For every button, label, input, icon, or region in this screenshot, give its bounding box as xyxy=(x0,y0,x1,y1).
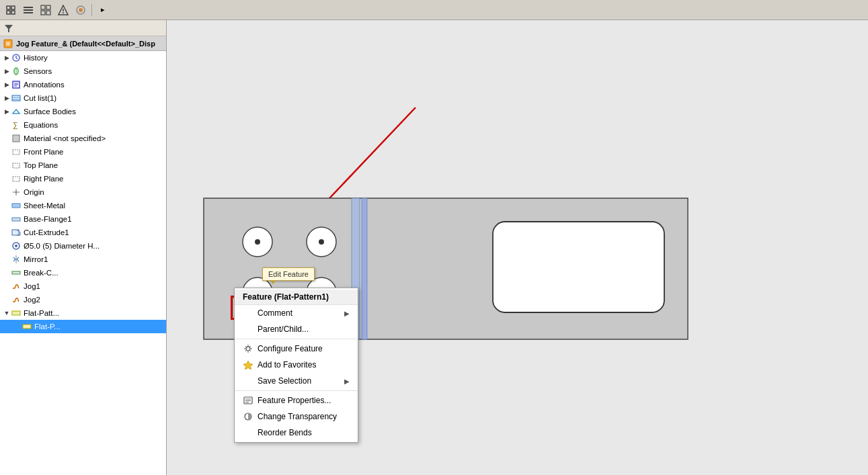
tree-item-surface-bodies[interactable]: ▶ Surface Bodies xyxy=(0,105,166,118)
svg-rect-9 xyxy=(41,11,45,15)
toolbar-btn-more[interactable]: ▸ xyxy=(95,3,111,17)
svg-rect-18 xyxy=(6,42,10,46)
expand-history[interactable]: ▶ xyxy=(3,54,11,62)
svg-point-15 xyxy=(79,8,83,12)
svg-rect-68 xyxy=(244,397,252,404)
tree-item-base-flange[interactable]: ▶ Base-Flange1 xyxy=(0,212,166,226)
tree-item-origin[interactable]: ▶ Origin xyxy=(0,185,166,199)
edit-feature-tooltip: Edit Feature xyxy=(262,267,315,281)
tree-item-cut-extrude[interactable]: ▶ Cut-Extrude1 xyxy=(0,226,166,239)
comment-icon xyxy=(243,308,253,318)
context-menu-item-change-transparency[interactable]: Change Transparency xyxy=(235,408,358,425)
svg-rect-7 xyxy=(41,5,45,9)
svg-point-13 xyxy=(63,12,64,13)
context-menu-item-reorder-bends[interactable]: Reorder Bends xyxy=(235,425,358,441)
tree-item-jog1[interactable]: ▶ Jog1 xyxy=(0,279,166,293)
history-label: History xyxy=(24,54,48,62)
tree-item-jog2[interactable]: ▶ Jog2 xyxy=(0,293,166,306)
filter-icon xyxy=(4,24,13,33)
save-selection-label: Save Selection xyxy=(258,376,311,386)
tree-content: ▶ History ▶ Sensors ▶ Annotat xyxy=(0,51,166,475)
tree-item-front-plane[interactable]: ▶ Front Plane xyxy=(0,145,166,159)
jog1-label: Jog1 xyxy=(24,282,40,290)
flat-pattern-label: Flat-Patt... xyxy=(24,309,59,317)
svg-point-57 xyxy=(319,239,324,245)
toolbar-btn-3[interactable] xyxy=(38,3,54,17)
surface-bodies-icon xyxy=(11,106,22,117)
save-selection-icon xyxy=(243,376,253,386)
tree-item-diameter-hole[interactable]: ▶ Ø5.0 (5) Diameter H... xyxy=(0,239,166,253)
mirror1-label: Mirror1 xyxy=(24,255,48,263)
context-menu-title: Feature (Flat-Pattern1) xyxy=(235,290,358,305)
context-menu-item-parent-child[interactable]: Parent/Child... xyxy=(235,321,358,337)
feature-properties-icon xyxy=(243,395,253,406)
tree-item-break-c[interactable]: ▶ Break-C... xyxy=(0,266,166,279)
tree-item-flat-sub[interactable]: ▶ Flat-P... xyxy=(0,320,166,333)
context-menu-item-comment[interactable]: Comment ▶ xyxy=(235,305,358,321)
svg-line-50 xyxy=(294,107,416,235)
context-menu-item-configure-feature[interactable]: Configure Feature xyxy=(235,341,358,357)
tree-item-flat-pattern[interactable]: ▼ Flat-Patt... xyxy=(0,306,166,320)
tree-item-mirror1[interactable]: ▶ Mirror1 xyxy=(0,253,166,266)
change-transparency-icon xyxy=(243,411,253,422)
tree-item-right-plane[interactable]: ▶ Right Plane xyxy=(0,172,166,185)
sensors-label: Sensors xyxy=(24,67,52,75)
toolbar-btn-5[interactable] xyxy=(73,3,89,17)
svg-rect-5 xyxy=(24,9,33,11)
material-label: Material <not specified> xyxy=(24,134,106,142)
cut-list-label: Cut list(1) xyxy=(24,94,56,102)
tree-item-sensors[interactable]: ▶ Sensors xyxy=(0,64,166,78)
jog2-label: Jog2 xyxy=(24,296,40,304)
svg-rect-30 xyxy=(13,135,19,142)
svg-rect-53 xyxy=(362,198,367,339)
expand-cut-list[interactable]: ▶ xyxy=(3,94,11,102)
context-menu-item-feature-properties[interactable]: Feature Properties... xyxy=(235,392,358,408)
jog2-icon xyxy=(11,294,22,305)
svg-rect-37 xyxy=(12,204,20,208)
svg-rect-31 xyxy=(13,150,19,155)
toolbar-btn-1[interactable] xyxy=(3,3,19,17)
tree-item-annotations[interactable]: ▶ Annotations xyxy=(0,78,166,91)
configure-feature-label: Configure Feature xyxy=(258,344,323,353)
svg-rect-6 xyxy=(24,12,33,13)
tree-item-top-plane[interactable]: ▶ Top Plane xyxy=(0,159,166,172)
toolbar-btn-4[interactable] xyxy=(55,3,71,17)
svg-point-44 xyxy=(15,245,17,247)
context-menu-item-add-to-favorites[interactable]: Add to Favorites xyxy=(235,357,358,373)
expand-annotations[interactable]: ▶ xyxy=(3,81,11,89)
context-menu: Feature (Flat-Pattern1) Comment ▶ Parent… xyxy=(234,288,358,443)
diameter-hole-icon xyxy=(11,241,22,251)
history-icon xyxy=(11,52,22,63)
parent-child-label: Parent/Child... xyxy=(258,325,309,334)
feature-properties-label: Feature Properties... xyxy=(258,396,331,405)
diameter-hole-label: Ø5.0 (5) Diameter H... xyxy=(24,242,100,250)
cut-extrude-icon xyxy=(11,227,22,238)
top-plane-label: Top Plane xyxy=(24,161,58,169)
tree-item-material[interactable]: ▶ Material <not specified> xyxy=(0,132,166,145)
svg-rect-10 xyxy=(46,11,50,15)
expand-surface-bodies[interactable]: ▶ xyxy=(3,107,11,116)
cut-extrude-label: Cut-Extrude1 xyxy=(24,228,69,236)
material-icon xyxy=(11,133,22,144)
tree-item-history[interactable]: ▶ History xyxy=(0,51,166,64)
tree-item-cut-list[interactable]: ▶ Cut list(1) xyxy=(0,91,166,105)
context-menu-item-save-selection[interactable]: Save Selection ▶ xyxy=(235,373,358,389)
separator-2 xyxy=(235,390,358,391)
expand-flat-pattern[interactable]: ▼ xyxy=(3,309,11,317)
sensors-icon xyxy=(11,66,22,77)
front-plane-label: Front Plane xyxy=(24,148,63,156)
expand-sensors[interactable]: ▶ xyxy=(3,67,11,75)
save-selection-arrow: ▶ xyxy=(344,378,350,385)
reorder-bends-label: Reorder Bends xyxy=(258,428,312,437)
svg-rect-2 xyxy=(7,11,10,14)
tree-item-equations[interactable]: ▶ ∑ Equations xyxy=(0,118,166,132)
tree-document-title: Jog Feature_& (Default<<Default>_Disp xyxy=(16,40,155,48)
tree-item-sheet-metal[interactable]: ▶ Sheet-Metal xyxy=(0,199,166,212)
flat-sub-icon xyxy=(22,321,32,332)
viewport[interactable]: ▼ Edit Feature Feature (Flat-Pattern1) C… xyxy=(167,20,868,475)
toolbar-btn-2[interactable] xyxy=(20,3,36,17)
feature-tree-panel: Jog Feature_& (Default<<Default>_Disp ▶ … xyxy=(0,20,167,475)
base-flange-icon xyxy=(11,214,22,224)
svg-marker-67 xyxy=(243,361,253,370)
arrow-indicator xyxy=(207,101,422,289)
